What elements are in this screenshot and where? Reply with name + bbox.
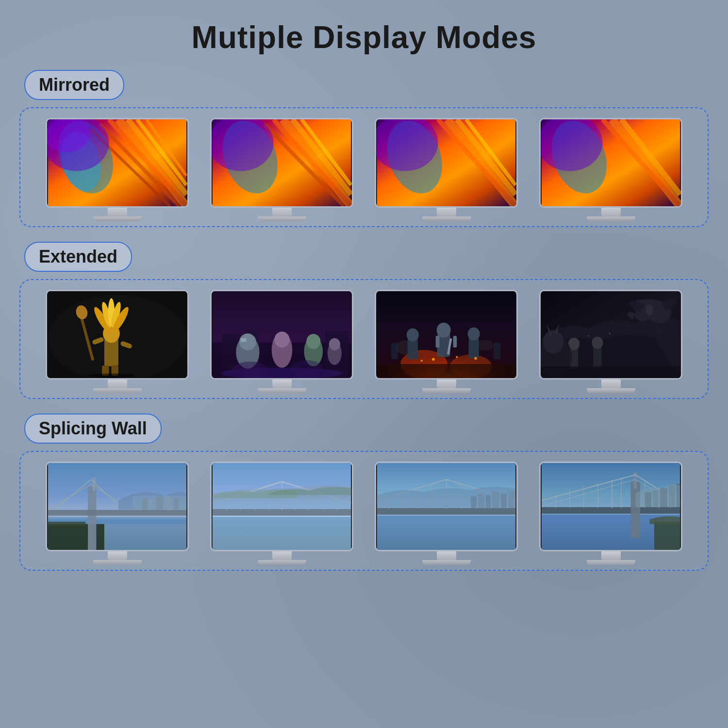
monitor-base bbox=[93, 216, 142, 221]
svg-rect-123 bbox=[213, 509, 351, 516]
monitor-extended-3 bbox=[375, 290, 518, 393]
screen-display bbox=[212, 119, 352, 206]
monitor-stand bbox=[601, 380, 621, 388]
extended-label: Extended bbox=[24, 242, 132, 272]
screen-display bbox=[376, 463, 516, 550]
svg-rect-114 bbox=[149, 499, 154, 510]
mirrored-label: Mirrored bbox=[24, 70, 124, 100]
monitor-mirrored-2 bbox=[210, 118, 353, 221]
screen-display bbox=[541, 291, 681, 378]
svg-rect-137 bbox=[377, 515, 515, 550]
monitor-base bbox=[93, 560, 142, 565]
monitor-extended-2 bbox=[210, 290, 353, 393]
monitor-splicing-4 bbox=[539, 462, 682, 565]
svg-point-86 bbox=[421, 360, 423, 362]
svg-point-95 bbox=[543, 330, 564, 353]
extended-monitors-group bbox=[19, 279, 709, 399]
svg-point-99 bbox=[588, 335, 589, 336]
monitor-stand bbox=[272, 551, 292, 560]
splicing-section: Splicing Wall bbox=[19, 414, 709, 571]
svg-point-73 bbox=[437, 323, 451, 338]
monitor-mirrored-1 bbox=[46, 118, 189, 221]
svg-rect-83 bbox=[377, 364, 515, 378]
monitor-base bbox=[258, 560, 306, 565]
svg-rect-92 bbox=[593, 347, 601, 368]
svg-point-58 bbox=[275, 331, 290, 347]
svg-rect-140 bbox=[377, 508, 515, 515]
svg-rect-184 bbox=[654, 522, 680, 550]
monitor-frame bbox=[375, 290, 518, 380]
svg-point-79 bbox=[468, 328, 480, 341]
screen-display bbox=[47, 119, 187, 206]
monitor-base bbox=[258, 216, 306, 221]
monitor-stand bbox=[437, 208, 456, 216]
svg-rect-117 bbox=[174, 497, 179, 510]
monitor-splicing-1 bbox=[46, 462, 189, 565]
screen-display bbox=[212, 463, 352, 550]
svg-point-89 bbox=[646, 304, 653, 315]
mirrored-monitors-group bbox=[19, 107, 709, 227]
screen-display bbox=[47, 291, 187, 378]
monitor-base bbox=[587, 388, 635, 393]
svg-point-71 bbox=[477, 340, 494, 351]
monitor-stand bbox=[601, 208, 621, 216]
monitor-frame bbox=[210, 118, 353, 208]
svg-point-98 bbox=[628, 326, 629, 327]
svg-point-62 bbox=[329, 338, 340, 350]
monitor-frame bbox=[375, 118, 518, 208]
svg-rect-111 bbox=[48, 510, 186, 516]
monitor-stand bbox=[108, 380, 127, 388]
monitor-splicing-2 bbox=[210, 462, 353, 565]
monitor-frame bbox=[375, 462, 518, 551]
monitor-frame bbox=[539, 118, 682, 208]
monitor-stand bbox=[108, 208, 127, 216]
extended-section: Extended bbox=[19, 242, 709, 399]
monitor-stand bbox=[272, 380, 292, 388]
svg-rect-74 bbox=[436, 336, 440, 347]
monitor-base bbox=[422, 388, 471, 393]
monitor-stand bbox=[437, 380, 456, 388]
screen-display bbox=[376, 119, 516, 206]
monitor-frame bbox=[46, 290, 189, 380]
monitor-frame bbox=[539, 290, 682, 380]
monitor-frame bbox=[46, 118, 189, 208]
svg-rect-105 bbox=[88, 486, 96, 550]
svg-rect-106 bbox=[93, 477, 96, 491]
svg-point-48 bbox=[88, 373, 135, 378]
svg-point-55 bbox=[239, 333, 256, 350]
svg-rect-115 bbox=[156, 497, 163, 510]
screen-display bbox=[541, 463, 681, 550]
svg-point-85 bbox=[456, 356, 458, 358]
svg-point-77 bbox=[407, 328, 419, 341]
svg-rect-81 bbox=[391, 343, 398, 359]
svg-rect-56 bbox=[241, 338, 247, 342]
page-title: Mutiple Display Modes bbox=[0, 0, 728, 70]
monitor-frame bbox=[210, 462, 353, 551]
svg-rect-96 bbox=[542, 366, 680, 378]
monitor-base bbox=[258, 388, 306, 393]
svg-rect-75 bbox=[453, 336, 457, 347]
monitor-stand bbox=[601, 551, 621, 560]
monitor-base bbox=[587, 560, 635, 565]
monitor-extended-1 bbox=[46, 290, 189, 393]
monitor-frame bbox=[46, 462, 189, 551]
svg-rect-113 bbox=[142, 498, 148, 510]
monitor-frame bbox=[539, 462, 682, 551]
monitor-stand bbox=[437, 551, 456, 560]
monitor-mirrored-3 bbox=[375, 118, 518, 221]
svg-rect-163 bbox=[542, 507, 680, 514]
svg-rect-164 bbox=[631, 482, 640, 538]
svg-rect-104 bbox=[48, 522, 85, 527]
splicing-monitors-group bbox=[19, 451, 709, 571]
svg-point-97 bbox=[609, 333, 611, 334]
screen-display bbox=[541, 119, 681, 206]
monitor-frame bbox=[210, 290, 353, 380]
screen-display bbox=[376, 291, 516, 378]
monitor-stand bbox=[108, 551, 127, 560]
monitor-mirrored-4 bbox=[539, 118, 682, 221]
monitor-extended-4 bbox=[539, 290, 682, 393]
svg-point-84 bbox=[432, 358, 435, 361]
monitor-stand bbox=[272, 208, 292, 216]
screen-display bbox=[47, 463, 187, 550]
screen-display bbox=[212, 291, 352, 378]
